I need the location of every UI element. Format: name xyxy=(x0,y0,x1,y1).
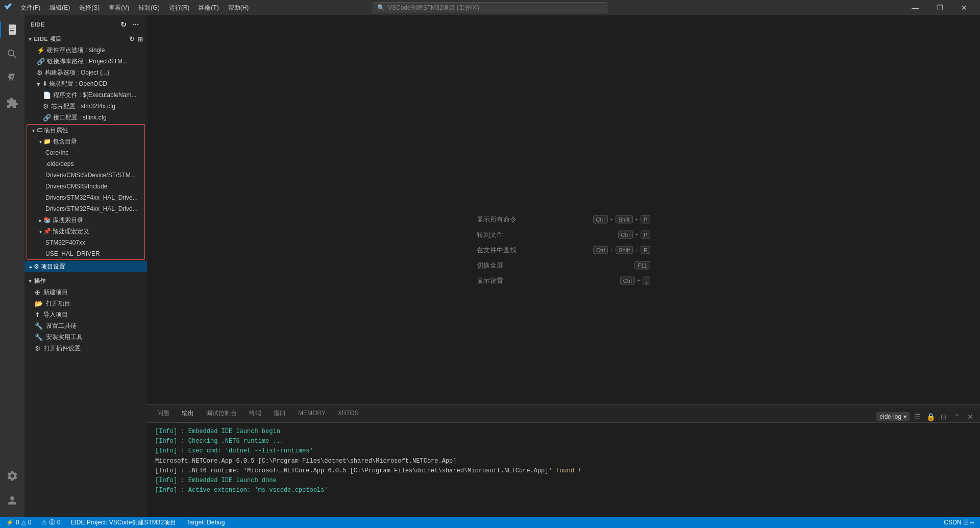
project-attrs-box: ▾ 🏷 项目属性 ▾ 📁 包含目录 Core/Inc .eide/deps Dr… xyxy=(27,124,145,260)
section-layout-icon[interactable]: ⊞ xyxy=(137,35,143,43)
panel-list-icon[interactable]: ☰ xyxy=(912,411,923,422)
error-icon: ⚡ xyxy=(6,519,14,526)
triangle-icon: △ xyxy=(21,519,26,526)
tab-terminal[interactable]: 终端 xyxy=(243,404,267,422)
panel-close-icon[interactable]: ✕ xyxy=(965,411,976,422)
tree-item-builder[interactable]: ⚙构建器选项 : Object {...} xyxy=(24,67,147,78)
status-csdn[interactable]: CSDN ☰ ⑅ xyxy=(942,517,976,528)
log-line-5: [Info] : .NET6 runtime: 'Microsoft.NETCo… xyxy=(155,466,972,476)
tree-item-prog[interactable]: 📄程序文件 : ${ExecutableNam... xyxy=(24,89,147,101)
panel-collapse-icon[interactable]: ⊟ xyxy=(938,411,949,422)
section-refresh-icon[interactable]: ↻ xyxy=(129,35,135,43)
status-project[interactable]: EIDE Project: VSCode创建STM32项目 xyxy=(68,517,178,528)
refresh-button[interactable]: ↻ xyxy=(118,19,129,30)
lib-search-header[interactable]: ▸ 📚 库搜索目录 xyxy=(27,214,144,226)
ops-section: ▾操作 ⊕ 新建项目 📂 打开项目 ⬆ 导入项目 🔧 设置工具链 🔧 安装实用工… xyxy=(24,273,147,356)
log-line-3: [Info] : Exec cmd: 'dotnet --list-runtim… xyxy=(155,446,972,456)
panel-content: [Info] : Embedded IDE launch begin [Info… xyxy=(147,423,980,517)
title-search[interactable]: 🔍 VSCode创建STM32项目 (工作区) xyxy=(373,2,607,13)
output-filter-btn[interactable]: eide-log ▾ xyxy=(876,412,910,421)
status-target[interactable]: Target: Debug xyxy=(184,517,227,528)
cmd-shortcut-find: Ctrl + Shift + F xyxy=(593,246,650,254)
panel: 问题 输出 调试控制台 终端 窗口 MEMORY XRTOS eide-log … xyxy=(147,404,980,517)
command-list: 显示所有命令 Ctrl + Shift + P 转到文件 Ctrl xyxy=(477,215,650,285)
vscode-logo xyxy=(528,135,599,203)
activity-source-control[interactable] xyxy=(0,66,24,91)
include-cmsis-device[interactable]: Drivers/CMSIS/Device/ST/STM... xyxy=(27,170,144,181)
minimize-button[interactable]: — xyxy=(903,0,927,15)
macros-header[interactable]: ▾ 📌 预处理宏定义 xyxy=(27,226,144,237)
tab-problems[interactable]: 问题 xyxy=(151,404,176,422)
ops-open-project[interactable]: 📂 打开项目 xyxy=(24,298,147,309)
log-line-4: Microsoft.NETCore.App 6.0.5 [C:\Program … xyxy=(155,457,972,466)
main-content: 显示所有命令 Ctrl + Shift + P 转到文件 Ctrl xyxy=(147,15,980,517)
activity-search[interactable] xyxy=(0,42,24,66)
menu-terminal[interactable]: 终端(T) xyxy=(194,3,223,13)
activity-account[interactable] xyxy=(0,488,24,513)
panel-lock-icon[interactable]: 🔒 xyxy=(925,411,936,422)
ops-install-tools[interactable]: 🔧 安装实用工具 xyxy=(24,331,147,343)
ops-header[interactable]: ▾操作 xyxy=(24,275,147,286)
more-button[interactable]: ··· xyxy=(131,19,141,30)
status-right: CSDN ☰ ⑅ xyxy=(942,517,976,528)
git-icon: ⚠ xyxy=(41,519,47,526)
ops-plugin-settings[interactable]: ⚙ 打开插件设置 xyxy=(24,343,147,354)
ops-set-toolchain[interactable]: 🔧 设置工具链 xyxy=(24,320,147,331)
macro-hal[interactable]: USE_HAL_DRIVER xyxy=(27,248,144,259)
activity-settings[interactable] xyxy=(0,464,24,488)
cmd-row-find: 在文件中查找 Ctrl + Shift + F xyxy=(477,246,650,255)
include-core-inc[interactable]: Core/Inc xyxy=(27,147,144,158)
menu-edit[interactable]: 编辑(E) xyxy=(45,3,74,13)
include-hal1[interactable]: Drivers/STM32F4xx_HAL_Drive... xyxy=(27,192,144,203)
tree-container[interactable]: ▾ EIDE 项目 ↻ ⊞ ⚡硬件浮点选项 : single 🔗链接脚本路径 :… xyxy=(24,33,147,517)
tree-item-iface[interactable]: 🔗接口配置 : stlink.cfg xyxy=(24,112,147,123)
menu-file[interactable]: 文件(F) xyxy=(16,3,44,13)
sidebar: EIDE ↻ ··· ▾ EIDE 项目 ↻ ⊞ ⚡硬件浮点选项 : singl… xyxy=(24,15,147,517)
title-controls: — ❐ ✕ xyxy=(903,0,976,15)
menu-goto[interactable]: 转到(G) xyxy=(134,3,163,13)
include-eide-deps[interactable]: .eide/deps xyxy=(27,158,144,170)
tab-xrtos[interactable]: XRTOS xyxy=(332,404,365,422)
include-cmsis-include[interactable]: Drivers/CMSIS/Include xyxy=(27,181,144,192)
panel-expand-icon[interactable]: ⌃ xyxy=(951,411,963,422)
status-git[interactable]: ⚠ ⓪ 0 xyxy=(39,517,62,528)
tree-item-fp[interactable]: ⚡硬件浮点选项 : single xyxy=(24,44,147,56)
csdn-label: CSDN ☰ ⑅ xyxy=(944,519,974,526)
include-dir-header[interactable]: ▾ 📁 包含目录 xyxy=(27,136,144,147)
menu-select[interactable]: 选择(S) xyxy=(75,3,104,13)
eide-section-header[interactable]: ▾ EIDE 项目 ↻ ⊞ xyxy=(24,33,147,44)
maximize-button[interactable]: ❐ xyxy=(928,0,951,15)
status-errors[interactable]: ⚡ 0 △ 0 xyxy=(4,517,33,528)
tree-item-burner[interactable]: ▾⬇烧录配置 : OpenOCD xyxy=(24,78,147,89)
menu-run[interactable]: 运行(R) xyxy=(165,3,194,13)
activity-explorer[interactable] xyxy=(0,17,24,42)
log-line-2: [Info] : Checking .NET6 runtime ... xyxy=(155,437,972,446)
title-bar: 文件(F) 编辑(E) 选择(S) 查看(V) 转到(G) 运行(R) 终端(T… xyxy=(0,0,980,15)
tree-item-chip[interactable]: ⚙芯片配置 : stm32f4x.cfg xyxy=(24,101,147,112)
cmd-row-goto: 转到文件 Ctrl + P xyxy=(477,230,650,239)
cmd-name-all: 显示所有命令 xyxy=(477,215,517,224)
ops-new-project[interactable]: ⊕ 新建项目 xyxy=(24,286,147,298)
tab-window[interactable]: 窗口 xyxy=(267,404,292,422)
editor-area: 显示所有命令 Ctrl + Shift + P 转到文件 Ctrl xyxy=(147,15,980,404)
menu-view[interactable]: 查看(V) xyxy=(105,3,133,13)
proj-attrs-header[interactable]: ▾ 🏷 项目属性 xyxy=(27,125,144,136)
cmd-name-settings: 显示设置 xyxy=(477,276,503,285)
filter-label: eide-log xyxy=(879,413,901,420)
panel-tabs: 问题 输出 调试控制台 终端 窗口 MEMORY XRTOS eide-log … xyxy=(147,405,980,423)
activity-extensions[interactable] xyxy=(0,91,24,115)
cmd-shortcut-all: Ctrl + Shift + P xyxy=(593,215,651,224)
log-line-7: [Info] : Active extension: 'ms-vscode.cp… xyxy=(155,486,972,495)
tab-output[interactable]: 输出 xyxy=(176,404,200,422)
log-line-6: [Info] : Embedded IDE launch done xyxy=(155,476,972,486)
proj-settings-item[interactable]: ▸ ⚙ 项目设置 xyxy=(24,261,147,272)
include-hal2[interactable]: Drivers/STM32F4xx_HAL_Drive... xyxy=(27,203,144,214)
close-button[interactable]: ✕ xyxy=(952,0,976,15)
macro-stm32[interactable]: STM32F407xx xyxy=(27,237,144,248)
ops-import-project[interactable]: ⬆ 导入项目 xyxy=(24,309,147,320)
tab-debug-console[interactable]: 调试控制台 xyxy=(200,404,243,422)
tree-item-link[interactable]: 🔗链接脚本路径 : Project/STM... xyxy=(24,56,147,67)
menu-help[interactable]: 帮助(H) xyxy=(224,3,253,13)
tab-memory[interactable]: MEMORY xyxy=(292,404,332,422)
log-line-1: [Info] : Embedded IDE launch begin xyxy=(155,427,972,437)
